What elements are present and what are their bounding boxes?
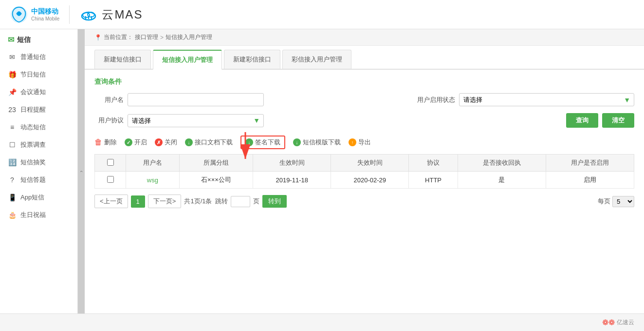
status-select[interactable]: 请选择 启用 禁用 [459,93,634,106]
per-page-area: 每页 5 10 20 [598,196,634,207]
china-mobile-logo: 中国移动 China Mobile [10,5,59,24]
col-receipt: 是否接收回执 [458,155,546,172]
sidebar-icon-vote-survey: ☐ [8,140,17,149]
yisu-icon: ❁❁ [602,318,615,327]
sidebar-item-holiday-sms[interactable]: 🎁节日短信 [0,66,77,83]
tab-new-mms-interface[interactable]: 新建彩信接口 [224,50,280,69]
table-section: 用户名 所属分组 生效时间 失效时间 协议 是否接收回执 用户是否启用 wsg [94,154,634,208]
row-effective-date-cell: 2019-11-18 [253,172,331,189]
sidebar-item-schedule-remind[interactable]: 23日程提醒 [0,101,77,118]
cm-en-name: China Mobile [31,16,59,21]
sidebar-label-sms-answer: 短信答题 [20,175,46,184]
sidebar-item-vote-survey[interactable]: ☐投票调查 [0,136,77,154]
total-info: 共1页/1条 [184,197,212,206]
sms-template-download-icon: ↓ [293,138,301,146]
tab-new-sms-interface[interactable]: 新建短信接口 [94,50,151,69]
col-group: 所属分组 [179,155,253,172]
query-button[interactable]: 查询 [566,113,598,128]
status-label: 用户启用状态 [416,96,455,104]
select-all-checkbox[interactable] [107,159,114,166]
interface-doc-download-button[interactable]: ↓ 接口文档下载 [185,138,233,147]
sidebar-item-sms-answer[interactable]: ?短信答题 [0,171,77,189]
current-page-button[interactable]: 1 [131,195,145,208]
prev-page-button[interactable]: <上一页 [94,195,128,208]
next-page-button[interactable]: 下一页> [148,195,182,208]
sms-template-download-button[interactable]: ↓ 短信模版下载 [293,138,341,147]
sidebar-section-sms: ✉ 短信 [0,29,77,48]
sidebar-icon-birthday-wish: 🎂 [8,211,17,219]
action-buttons-group: 查询 清空 [566,113,634,128]
sidebar-icon-sms-answer: ? [8,175,17,184]
sidebar-items: ✉普通短信🎁节日短信📌会议通知23日程提醒≡动态短信☐投票调查🔢短信抽奖?短信答… [0,48,77,224]
sidebar-item-sms-lottery[interactable]: 🔢短信抽奖 [0,154,77,171]
protocol-select-wrap: 请选择 HTTP CMPP ▼ [128,114,264,127]
data-table: 用户名 所属分组 生效时间 失效时间 协议 是否接收回执 用户是否启用 wsg [94,154,634,189]
row-group-cell: 石×××公司 [179,172,253,189]
sidebar-label-sms-lottery: 短信抽奖 [20,158,46,167]
sidebar-icon-normal-sms: ✉ [8,53,17,61]
sidebar-icon-meeting-notify: 📌 [8,88,17,97]
goto-page-button[interactable]: 转到 [262,195,287,208]
breadcrumb-location-label: 当前位置： [104,33,133,41]
sidebar-item-app-sms[interactable]: 📱App短信 [0,189,77,206]
sidebar-label-birthday-wish: 生日祝福 [20,211,46,219]
sidebar-item-birthday-wish[interactable]: 🎂生日祝福 [0,206,77,224]
delete-action-button[interactable]: 🗑 删除 [94,138,117,147]
row-username-link[interactable]: wsg [147,176,158,184]
china-mobile-text: 中国移动 China Mobile [31,7,59,21]
footer: ❁❁ 亿速云 [0,313,644,331]
sidebar-item-meeting-notify[interactable]: 📌会议通知 [0,83,77,101]
export-action-button[interactable]: ↑ 导出 [349,138,371,147]
username-input[interactable] [128,93,264,106]
breadcrumb-path-2: 短信接入用户管理 [166,33,212,41]
sidebar: ✉ 短信 ✉普通短信🎁节日短信📌会议通知23日程提醒≡动态短信☐投票调查🔢短信抽… [0,29,78,313]
sidebar-label-dynamic-sms: 动态短信 [20,123,46,132]
col-protocol: 协议 [409,155,458,172]
sidebar-icon-sms-lottery: 🔢 [8,158,17,167]
col-expiry-date: 失效时间 [331,155,409,172]
sidebar-collapse-button[interactable]: ‹ [78,29,85,313]
col-checkbox [95,155,126,172]
table-header-row: 用户名 所属分组 生效时间 失效时间 协议 是否接收回执 用户是否启用 [95,155,634,172]
main-layout: ✉ 短信 ✉普通短信🎁节日短信📌会议通知23日程提醒≡动态短信☐投票调查🔢短信抽… [0,29,644,313]
open-action-button[interactable]: ✓ 开启 [125,138,147,147]
sms-template-download-label: 短信模版下载 [303,138,341,147]
protocol-label: 用户协议 [94,116,124,125]
col-enabled: 用户是否启用 [546,155,634,172]
protocol-select[interactable]: 请选择 HTTP CMPP [128,114,264,127]
col-effective-date: 生效时间 [253,155,331,172]
breadcrumb-path-1: 接口管理 [135,33,158,41]
sidebar-label-schedule-remind: 日程提醒 [20,105,46,114]
per-page-select[interactable]: 5 10 20 [612,196,634,207]
interface-doc-download-label: 接口文档下载 [195,138,233,147]
sidebar-label-vote-survey: 投票调查 [20,140,46,149]
query-form: 用户名 用户启用状态 请选择 启用 禁用 ▼ [94,93,634,128]
col-username: 用户名 [126,155,180,172]
sidebar-icon-dynamic-sms: ≡ [8,123,17,132]
form-row-1: 用户名 用户启用状态 请选择 启用 禁用 ▼ [94,93,634,106]
action-bar: 🗑 删除 ✓ 开启 ✗ 关闭 ↓ 接口文档下载 [94,136,634,149]
sidebar-item-dynamic-sms[interactable]: ≡动态短信 [0,118,77,136]
close-label: 关闭 [165,138,177,147]
row-checkbox[interactable] [107,176,114,183]
yisu-brand: 亿速云 [617,318,634,327]
export-label: 导出 [358,138,371,147]
signature-download-button[interactable]: ↓ 签名下载 [240,136,285,149]
tab-sms-user-mgmt[interactable]: 短信接入用户管理 [153,50,222,70]
yisu-cloud-logo: ❁❁ 亿速云 [602,318,634,327]
sidebar-item-normal-sms[interactable]: ✉普通短信 [0,48,77,66]
delete-icon: 🗑 [94,138,102,147]
content-area: 查询条件 用户名 用户启用状态 请选择 启用 禁用 [85,70,644,313]
tab-mms-user-mgmt[interactable]: 彩信接入用户管理 [282,50,351,69]
interface-doc-download-icon: ↓ [185,138,193,146]
location-pin-icon: 📍 [94,34,102,41]
row-username-cell: wsg [126,172,180,189]
sidebar-icon-schedule-remind: 23 [8,105,17,114]
close-action-button[interactable]: ✗ 关闭 [155,138,177,147]
jump-page-input[interactable] [231,196,250,207]
username-label: 用户名 [94,96,124,104]
protocol-group: 用户协议 请选择 HTTP CMPP ▼ [94,114,264,127]
header: 中国移动 China Mobile 云MAS [0,0,644,29]
page-unit: 页 [253,197,259,206]
clear-button[interactable]: 清空 [602,113,634,128]
